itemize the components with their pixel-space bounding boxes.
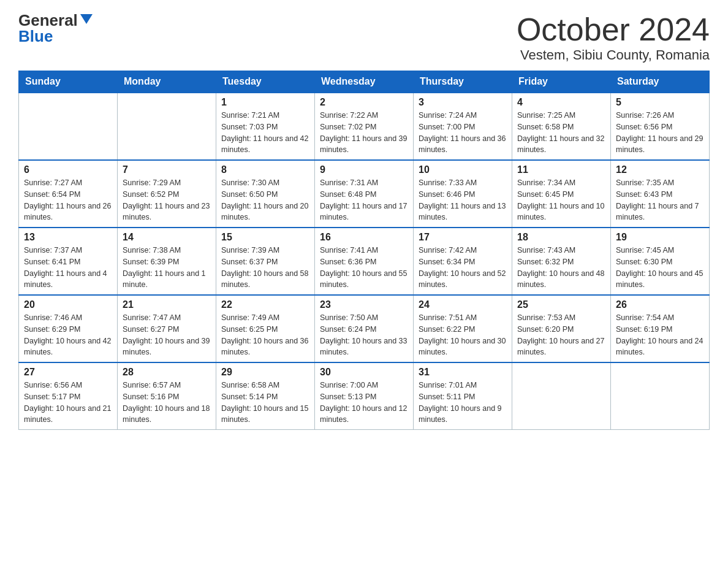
calendar-week-1: 1Sunrise: 7:21 AMSunset: 7:03 PMDaylight… [19, 93, 710, 160]
calendar-cell: 25Sunrise: 7:53 AMSunset: 6:20 PMDayligh… [512, 295, 611, 362]
calendar-cell: 5Sunrise: 7:26 AMSunset: 6:56 PMDaylight… [611, 93, 710, 160]
page-header: General Blue October 2024 Vestem, Sibiu … [18, 12, 710, 63]
day-info: Sunrise: 7:53 AMSunset: 6:20 PMDaylight:… [517, 312, 605, 358]
day-info: Sunrise: 7:39 AMSunset: 6:37 PMDaylight:… [221, 245, 309, 291]
day-number: 30 [320, 367, 408, 378]
calendar-cell: 4Sunrise: 7:25 AMSunset: 6:58 PMDaylight… [512, 93, 611, 160]
day-info: Sunrise: 7:54 AMSunset: 6:19 PMDaylight:… [616, 312, 704, 358]
logo: General Blue [18, 12, 93, 44]
day-info: Sunrise: 7:51 AMSunset: 6:22 PMDaylight:… [419, 312, 507, 358]
day-number: 26 [616, 299, 704, 310]
calendar-week-4: 20Sunrise: 7:46 AMSunset: 6:29 PMDayligh… [19, 295, 710, 362]
calendar-cell: 19Sunrise: 7:45 AMSunset: 6:30 PMDayligh… [611, 228, 710, 295]
calendar-cell: 16Sunrise: 7:41 AMSunset: 6:36 PMDayligh… [315, 228, 414, 295]
calendar-cell [19, 93, 118, 160]
day-info: Sunrise: 6:57 AMSunset: 5:16 PMDaylight:… [123, 380, 211, 426]
calendar-header-row: SundayMondayTuesdayWednesdayThursdayFrid… [19, 71, 710, 93]
day-number: 31 [419, 367, 507, 378]
calendar-cell: 11Sunrise: 7:34 AMSunset: 6:45 PMDayligh… [512, 160, 611, 228]
day-number: 20 [24, 299, 112, 310]
calendar-cell: 26Sunrise: 7:54 AMSunset: 6:19 PMDayligh… [611, 295, 710, 362]
calendar-header-tuesday: Tuesday [216, 71, 315, 93]
day-info: Sunrise: 7:38 AMSunset: 6:39 PMDaylight:… [123, 245, 211, 291]
day-number: 15 [221, 232, 309, 243]
day-info: Sunrise: 7:29 AMSunset: 6:52 PMDaylight:… [123, 177, 211, 223]
day-info: Sunrise: 7:00 AMSunset: 5:13 PMDaylight:… [320, 380, 408, 426]
location-title: Vestem, Sibiu County, Romania [517, 47, 710, 63]
calendar-cell: 17Sunrise: 7:42 AMSunset: 6:34 PMDayligh… [414, 228, 512, 295]
calendar-cell: 12Sunrise: 7:35 AMSunset: 6:43 PMDayligh… [611, 160, 710, 228]
day-number: 2 [320, 97, 408, 108]
day-info: Sunrise: 6:58 AMSunset: 5:14 PMDaylight:… [221, 380, 309, 426]
day-number: 23 [320, 299, 408, 310]
calendar-week-3: 13Sunrise: 7:37 AMSunset: 6:41 PMDayligh… [19, 228, 710, 295]
calendar-cell: 2Sunrise: 7:22 AMSunset: 7:02 PMDaylight… [315, 93, 414, 160]
day-number: 8 [221, 164, 309, 175]
day-info: Sunrise: 7:34 AMSunset: 6:45 PMDaylight:… [517, 177, 605, 223]
day-info: Sunrise: 7:25 AMSunset: 6:58 PMDaylight:… [517, 110, 605, 156]
logo-general-text: General [18, 12, 78, 28]
day-number: 3 [419, 97, 507, 108]
day-number: 27 [24, 367, 112, 378]
calendar-cell: 1Sunrise: 7:21 AMSunset: 7:03 PMDaylight… [216, 93, 315, 160]
calendar-cell: 9Sunrise: 7:31 AMSunset: 6:48 PMDaylight… [315, 160, 414, 228]
day-number: 22 [221, 299, 309, 310]
calendar-header-saturday: Saturday [611, 71, 710, 93]
day-number: 19 [616, 232, 704, 243]
day-number: 10 [419, 164, 507, 175]
title-block: October 2024 Vestem, Sibiu County, Roman… [517, 12, 710, 63]
calendar-cell: 31Sunrise: 7:01 AMSunset: 5:11 PMDayligh… [414, 362, 512, 430]
calendar-cell: 27Sunrise: 6:56 AMSunset: 5:17 PMDayligh… [19, 362, 118, 430]
calendar-table: SundayMondayTuesdayWednesdayThursdayFrid… [18, 71, 710, 430]
calendar-cell: 13Sunrise: 7:37 AMSunset: 6:41 PMDayligh… [19, 228, 118, 295]
day-number: 9 [320, 164, 408, 175]
calendar-cell: 7Sunrise: 7:29 AMSunset: 6:52 PMDaylight… [118, 160, 216, 228]
calendar-week-2: 6Sunrise: 7:27 AMSunset: 6:54 PMDaylight… [19, 160, 710, 228]
day-number: 21 [123, 299, 211, 310]
calendar-cell [611, 362, 710, 430]
day-info: Sunrise: 7:01 AMSunset: 5:11 PMDaylight:… [419, 380, 507, 426]
day-number: 18 [517, 232, 605, 243]
day-number: 6 [24, 164, 112, 175]
day-info: Sunrise: 7:30 AMSunset: 6:50 PMDaylight:… [221, 177, 309, 223]
day-info: Sunrise: 7:50 AMSunset: 6:24 PMDaylight:… [320, 312, 408, 358]
calendar-cell [118, 93, 216, 160]
day-number: 17 [419, 232, 507, 243]
calendar-cell: 22Sunrise: 7:49 AMSunset: 6:25 PMDayligh… [216, 295, 315, 362]
month-title: October 2024 [517, 12, 710, 47]
calendar-cell: 10Sunrise: 7:33 AMSunset: 6:46 PMDayligh… [414, 160, 512, 228]
day-info: Sunrise: 7:46 AMSunset: 6:29 PMDaylight:… [24, 312, 112, 358]
day-number: 5 [616, 97, 704, 108]
calendar-cell: 28Sunrise: 6:57 AMSunset: 5:16 PMDayligh… [118, 362, 216, 430]
day-number: 12 [616, 164, 704, 175]
day-info: Sunrise: 7:21 AMSunset: 7:03 PMDaylight:… [221, 110, 309, 156]
day-info: Sunrise: 7:33 AMSunset: 6:46 PMDaylight:… [419, 177, 507, 223]
day-number: 7 [123, 164, 211, 175]
day-info: Sunrise: 7:43 AMSunset: 6:32 PMDaylight:… [517, 245, 605, 291]
day-info: Sunrise: 7:26 AMSunset: 6:56 PMDaylight:… [616, 110, 704, 156]
day-number: 29 [221, 367, 309, 378]
day-info: Sunrise: 6:56 AMSunset: 5:17 PMDaylight:… [24, 380, 112, 426]
calendar-header-sunday: Sunday [19, 71, 118, 93]
day-number: 28 [123, 367, 211, 378]
calendar-header-wednesday: Wednesday [315, 71, 414, 93]
day-number: 16 [320, 232, 408, 243]
day-number: 11 [517, 164, 605, 175]
calendar-cell [512, 362, 611, 430]
calendar-cell: 21Sunrise: 7:47 AMSunset: 6:27 PMDayligh… [118, 295, 216, 362]
logo-blue-text: Blue [18, 28, 53, 44]
day-info: Sunrise: 7:31 AMSunset: 6:48 PMDaylight:… [320, 177, 408, 223]
calendar-cell: 6Sunrise: 7:27 AMSunset: 6:54 PMDaylight… [19, 160, 118, 228]
day-number: 4 [517, 97, 605, 108]
logo-triangle-icon [80, 14, 93, 24]
calendar-cell: 15Sunrise: 7:39 AMSunset: 6:37 PMDayligh… [216, 228, 315, 295]
day-info: Sunrise: 7:45 AMSunset: 6:30 PMDaylight:… [616, 245, 704, 291]
day-info: Sunrise: 7:42 AMSunset: 6:34 PMDaylight:… [419, 245, 507, 291]
day-info: Sunrise: 7:27 AMSunset: 6:54 PMDaylight:… [24, 177, 112, 223]
day-number: 14 [123, 232, 211, 243]
day-number: 1 [221, 97, 309, 108]
day-info: Sunrise: 7:37 AMSunset: 6:41 PMDaylight:… [24, 245, 112, 291]
calendar-cell: 20Sunrise: 7:46 AMSunset: 6:29 PMDayligh… [19, 295, 118, 362]
day-info: Sunrise: 7:47 AMSunset: 6:27 PMDaylight:… [123, 312, 211, 358]
day-number: 25 [517, 299, 605, 310]
